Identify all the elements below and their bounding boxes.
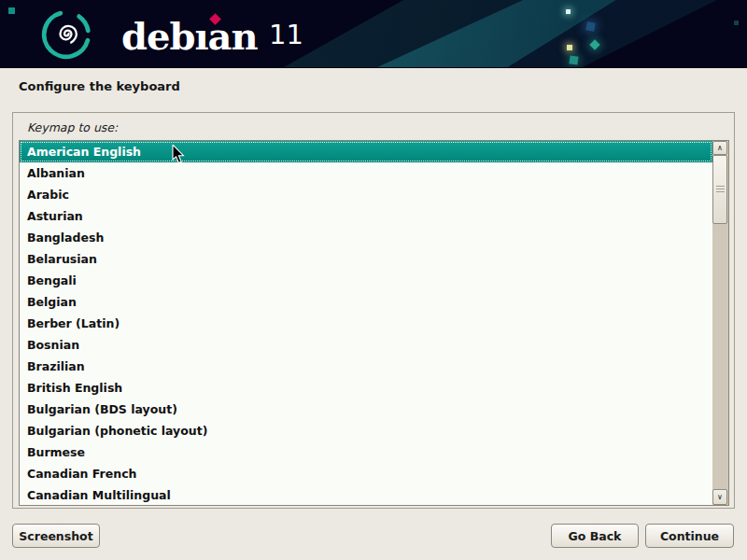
decor-square-white (566, 9, 571, 14)
list-item[interactable]: Bangladesh (20, 227, 712, 248)
brand-version: 11 (269, 19, 303, 50)
page-title: Configure the keyboard (19, 79, 180, 93)
screenshot-button-label: Screenshot (19, 529, 92, 543)
keymap-listbox: American English Albanian Arabic Asturia… (19, 140, 729, 506)
chevron-up-icon: ∧ (717, 145, 723, 152)
list-item[interactable]: Berber (Latin) (20, 313, 712, 334)
go-back-button[interactable]: Go Back (551, 524, 639, 548)
brand-label: debıan (121, 14, 258, 58)
list-item[interactable]: Albanian (20, 162, 712, 184)
list-item[interactable]: British English (20, 377, 712, 399)
chevron-down-icon: ∨ (717, 494, 723, 501)
decor-square-blue (585, 21, 595, 31)
list-item[interactable]: Canadian French (20, 463, 712, 484)
list-scrollbar[interactable]: ∧ ∨ (712, 141, 728, 505)
list-item[interactable]: Asturian (20, 205, 712, 227)
list-item[interactable]: Bengali (20, 270, 712, 291)
decor-square-yellow (567, 45, 572, 50)
list-item[interactable]: Bulgarian (phonetic layout) (20, 420, 712, 441)
continue-button[interactable]: Continue (645, 524, 734, 548)
list-item-selected[interactable]: American English (20, 141, 712, 162)
go-back-button-label: Go Back (569, 529, 622, 543)
decor-square-right (734, 21, 739, 25)
list-item[interactable]: Brazilian (20, 356, 712, 377)
scroll-up-button[interactable]: ∧ (712, 141, 727, 155)
list-item[interactable]: Belarusian (20, 248, 712, 270)
list-item[interactable]: Burmese (20, 441, 712, 463)
list-item[interactable]: Canadian Multilingual (20, 484, 712, 505)
list-item[interactable]: Bulgarian (BDS layout) (20, 399, 712, 420)
debian-swirl-logo-icon (37, 5, 95, 63)
scrollbar-thumb[interactable] (712, 155, 727, 224)
keymap-frame: Keymap to use: American English Albanian… (12, 112, 735, 509)
decor-square-teal-left (8, 7, 15, 14)
keymap-label: Keymap to use: (27, 120, 118, 134)
screenshot-button[interactable]: Screenshot (12, 524, 100, 548)
brand-text: debıan (121, 14, 258, 57)
scrollbar-grip-icon (716, 186, 725, 193)
list-item[interactable]: Arabic (20, 184, 712, 205)
installer-banner: debıan 11 (0, 0, 747, 68)
decor-square-teal (569, 55, 578, 64)
continue-button-label: Continue (660, 529, 719, 543)
scroll-down-button[interactable]: ∨ (712, 489, 727, 505)
list-item[interactable]: Bosnian (20, 334, 712, 356)
keymap-list: American English Albanian Arabic Asturia… (20, 141, 712, 505)
list-item[interactable]: Belgian (20, 291, 712, 313)
